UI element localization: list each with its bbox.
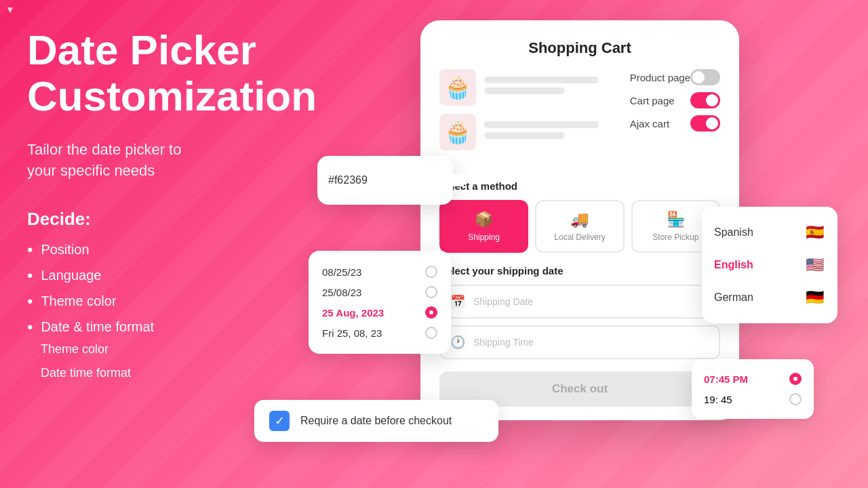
cart-item-1: 🧁 [439,69,619,106]
time-option-12h[interactable]: 07:45 PM [704,369,802,389]
cart-item-2: 🧁 [439,114,619,150]
shopping-cart-card: Shopping Cart 🧁 🧁 Product pag [420,20,739,420]
radio-time-24h[interactable] [789,393,802,405]
lang-option-spanish[interactable]: Spanish 🇪🇸 [714,216,825,249]
title-line2: Customization [27,73,317,119]
lang-option-german[interactable]: German 🇩🇪 [714,281,825,314]
date-time-format-label: Date time format [41,366,131,380]
delivery-icon: 🚚 [570,211,589,228]
format-value-1: 08/25/23 [322,266,361,278]
toggle-row-product: Product page [630,69,720,85]
toggle-label-product: Product page [630,72,690,83]
format-option-4[interactable]: Fri 25, 08, 23 [322,323,437,343]
settings-labels: Theme color Date time format [41,342,131,390]
format-value-3: 25 Aug, 2023 [322,307,384,319]
require-date-checkbox[interactable]: ✓ [269,411,290,431]
bullet-item-language: Language [27,266,312,285]
item-icon-1: 🧁 [439,69,476,106]
format-option-2[interactable]: 25/08/23 [322,282,437,302]
item-lines-1 [484,77,619,98]
toggle-label-ajax: Ajax cart [630,118,669,129]
toggle-cart-page[interactable] [690,92,720,108]
method-shipping[interactable]: 📦 Shipping [439,200,528,253]
time-format-card: 07:45 PM 19: 45 [692,359,814,419]
flag-english: 🇺🇸 [804,254,825,276]
toggle-ajax-cart[interactable] [690,115,720,131]
require-date-text: Require a date before checkout [300,415,452,427]
item-line [484,132,565,139]
time-placeholder: Shipping Time [473,337,534,348]
bullet-list: Position Language Theme color Date & tim… [27,241,312,337]
date-placeholder: Shipping Date [473,296,533,307]
title-line1: Date Picker [27,26,256,73]
toggle-section: Product page Cart page Ajax cart [630,69,720,159]
flag-german: 🇩🇪 [804,287,825,308]
pickup-icon: 🏪 [667,211,685,228]
radio-format-3[interactable] [425,306,437,319]
time-option-24h[interactable]: 19: 45 [704,389,802,409]
pickup-label: Store Pickup [652,232,698,242]
calendar-icon: 📅 [450,294,465,309]
delivery-label: Local Delivery [554,232,605,242]
format-option-1[interactable]: 08/25/23 [322,262,437,282]
lang-label-english: English [714,259,753,271]
language-card: Spanish 🇪🇸 English 🇺🇸 German 🇩🇪 [702,207,837,323]
method-local-delivery[interactable]: 🚚 Local Delivery [535,200,624,253]
decide-label: Decide: [27,209,312,230]
bullet-item-position: Position [27,241,312,260]
radio-time-12h[interactable] [789,373,802,385]
cart-title: Shopping Cart [439,39,720,57]
item-line [484,77,599,83]
radio-format-1[interactable] [425,266,437,278]
date-format-card: 08/25/23 25/08/23 25 Aug, 2023 Fri 25, 0… [309,251,451,354]
item-line [484,121,599,128]
require-date-card[interactable]: ✓ Require a date before checkout [254,400,498,442]
toggle-row-ajax: Ajax cart [630,115,720,131]
bullet-item-format: Date & time format [27,318,312,337]
time-value-12h: 07:45 PM [704,373,748,385]
radio-format-2[interactable] [425,286,437,298]
clock-icon: 🕐 [450,335,465,350]
date-field[interactable]: 📅 Shipping Date [439,285,720,319]
logo-mark: ▼ [5,4,15,15]
format-option-3[interactable]: 25 Aug, 2023 [322,302,437,323]
color-card [317,156,453,205]
format-value-2: 25/08/23 [322,287,361,298]
method-title: Select a method [439,180,720,192]
lang-option-english[interactable]: English 🇺🇸 [714,249,825,281]
radio-format-4[interactable] [425,327,437,339]
item-icon-2: 🧁 [439,114,476,150]
shipping-icon: 📦 [475,211,493,228]
theme-color-label: Theme color [41,342,131,357]
lang-label-german: German [714,291,753,304]
left-panel: Date Picker Customization Tailor the dat… [27,27,312,344]
toggle-label-cart: Cart page [630,95,675,106]
toggle-product-page[interactable] [690,69,720,85]
hex-input[interactable] [328,174,464,186]
item-line [484,87,565,94]
shipping-label: Shipping [468,232,500,242]
method-buttons: 📦 Shipping 🚚 Local Delivery 🏪 Store Pick… [439,200,720,253]
shipping-title: Select your shipping date [439,265,720,277]
bullet-item-theme: Theme color [27,292,312,311]
cart-items: 🧁 🧁 [439,69,619,159]
format-value-4: Fri 25, 08, 23 [322,327,382,339]
flag-spanish: 🇪🇸 [804,222,825,243]
main-title: Date Picker Customization [27,27,312,119]
toggle-row-cart: Cart page [630,92,720,108]
subtitle: Tailor the date picker toyour specific n… [27,140,312,182]
item-lines-2 [484,121,619,143]
time-field[interactable]: 🕐 Shipping Time [439,325,720,359]
time-value-24h: 19: 45 [704,394,732,405]
lang-label-spanish: Spanish [714,226,753,239]
